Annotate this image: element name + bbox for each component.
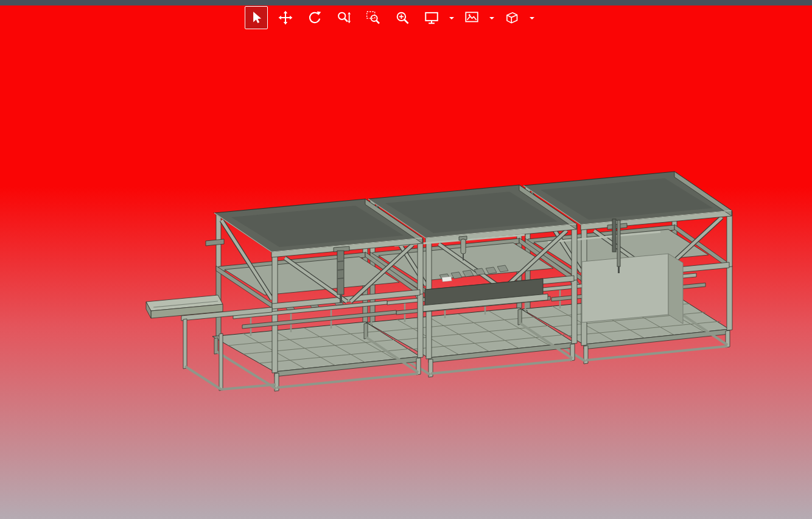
pan-button[interactable]	[274, 6, 297, 29]
pan-icon	[278, 10, 293, 26]
scene-icon	[464, 10, 480, 26]
view-orientation-button[interactable]	[420, 6, 443, 29]
zoom-in-out-icon	[336, 10, 352, 26]
apply-scene-button[interactable]	[460, 6, 483, 29]
dropdown-arrow-icon[interactable]	[489, 17, 494, 22]
dropdown-arrow-icon[interactable]	[530, 17, 534, 22]
rotate-view-button[interactable]	[303, 6, 326, 29]
view-toolbar	[245, 6, 534, 29]
zoom-to-area-button[interactable]	[362, 6, 385, 29]
rotate-icon	[307, 10, 323, 26]
dropdown-arrow-icon[interactable]	[449, 17, 454, 22]
zoom-area-icon	[365, 10, 381, 26]
zoom-fit-icon	[394, 10, 410, 26]
graphics-area[interactable]	[0, 0, 812, 519]
display-style-button[interactable]	[500, 6, 523, 29]
select-button[interactable]	[245, 6, 268, 29]
cube-icon	[504, 10, 520, 26]
title-bar	[0, 0, 812, 5]
monitor-icon	[424, 10, 439, 26]
application-window	[0, 0, 812, 519]
cursor-icon	[248, 10, 264, 26]
zoom-in-out-button[interactable]	[332, 6, 355, 29]
cad-model	[0, 0, 812, 519]
zoom-to-fit-button[interactable]	[391, 6, 414, 29]
